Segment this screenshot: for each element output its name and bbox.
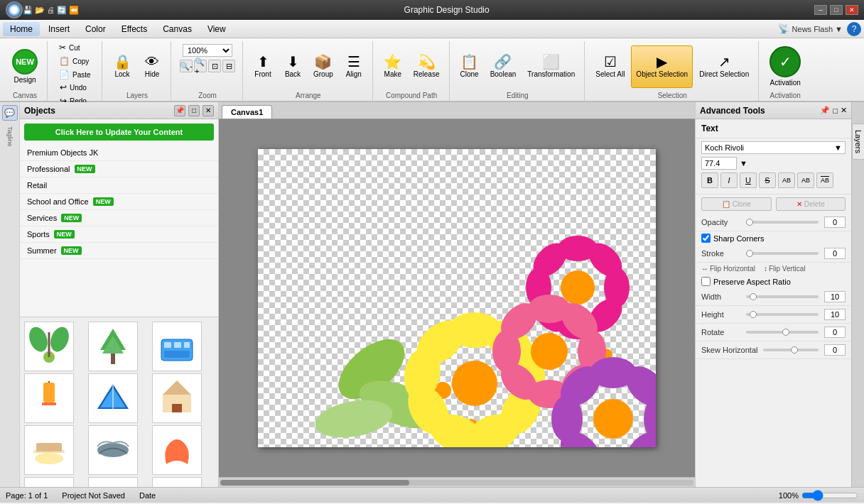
obj-item-6[interactable]: Summer NEW — [20, 243, 218, 259]
hscroll-track[interactable] — [220, 480, 693, 486]
adv-delete-btn[interactable]: ✕ Delete — [776, 197, 846, 211]
obj-item-0[interactable]: Premium Objects JK — [20, 145, 218, 161]
layers-tab[interactable]: Layers — [852, 124, 865, 160]
adv-restore-btn[interactable]: □ — [833, 106, 838, 115]
object-selection-btn[interactable]: ▶ Object Selection — [631, 45, 693, 88]
preserve-aspect-checkbox[interactable] — [701, 277, 711, 286]
close-btn[interactable]: ✕ — [846, 5, 858, 15]
thumb-11[interactable] — [152, 477, 202, 487]
objects-close-btn[interactable]: ✕ — [202, 105, 214, 116]
rotate-thumb[interactable] — [782, 329, 789, 336]
skew-h-slider[interactable] — [763, 349, 819, 351]
zoom-fit-btn[interactable]: ⊡ — [208, 60, 221, 72]
opacity-slider[interactable] — [746, 221, 819, 224]
copy-btn[interactable]: 📋 Copy — [54, 55, 97, 67]
align-btn[interactable]: ☰ Align — [340, 45, 368, 88]
flip-horizontal-btn[interactable]: ↔ Flip Horizontal — [701, 265, 755, 273]
zoom-out-btn[interactable]: 🔍- — [180, 60, 193, 72]
lock-btn[interactable]: 🔒 Lock — [108, 45, 136, 88]
zoom-select[interactable]: 100% 50% 75% 150% 200% — [183, 44, 232, 57]
thumb-0[interactable] — [24, 322, 74, 371]
stroke-slider[interactable] — [746, 252, 819, 255]
tagline-chat-icon[interactable]: 💬 — [2, 105, 18, 121]
width-slider[interactable] — [746, 295, 819, 298]
text-tab-label[interactable]: Text — [701, 122, 846, 135]
hscroll-thumb[interactable] — [220, 480, 409, 486]
underline-btn[interactable]: U — [740, 172, 757, 188]
make-btn[interactable]: ⭐ Make — [379, 45, 407, 88]
minimize-btn[interactable]: ─ — [814, 5, 827, 15]
strikethrough-btn[interactable]: S — [759, 172, 776, 188]
design-btn[interactable]: NEW Design — [7, 45, 43, 88]
select-all-btn[interactable]: ☑ Select All — [590, 45, 630, 88]
paste-btn[interactable]: 📄 Paste — [54, 68, 97, 81]
boolean-btn[interactable]: 🔗 Boolean — [485, 45, 522, 88]
width-thumb[interactable] — [750, 293, 757, 300]
canvas-viewport[interactable] — [219, 119, 695, 477]
direct-selection-btn[interactable]: ↗ Direct Selection — [694, 45, 754, 88]
activation-btn[interactable]: ✓ Activation — [765, 42, 806, 92]
subscript-btn[interactable]: AB — [816, 172, 833, 188]
thumb-1[interactable] — [88, 322, 138, 371]
obj-item-4[interactable]: Services NEW — [20, 210, 218, 226]
bold-btn[interactable]: B — [701, 172, 718, 188]
adv-pin-btn[interactable]: 📌 — [820, 106, 830, 115]
undo-btn[interactable]: ↩ Undo — [55, 81, 97, 94]
height-slider[interactable] — [746, 313, 819, 316]
font-size-select[interactable]: 77.4 — [701, 157, 737, 170]
obj-item-3[interactable]: School and Office NEW — [20, 194, 218, 210]
obj-item-2[interactable]: Retail — [20, 177, 218, 194]
sharp-corners-checkbox[interactable] — [701, 234, 711, 243]
height-thumb[interactable] — [750, 311, 757, 318]
smallcaps-btn[interactable]: AB — [778, 172, 795, 188]
clone-ribbon-btn[interactable]: 📋 Clone — [455, 45, 484, 88]
hide-btn[interactable]: 👁 Hide — [138, 45, 166, 88]
help-btn[interactable]: ? — [847, 22, 861, 36]
superscript-btn[interactable]: AB — [797, 172, 814, 188]
zoom-reset-btn[interactable]: ⊟ — [222, 60, 235, 72]
skew-h-thumb[interactable] — [791, 346, 798, 354]
italic-btn[interactable]: I — [720, 172, 738, 188]
menu-insert[interactable]: Insert — [41, 22, 77, 36]
menu-effects[interactable]: Effects — [114, 22, 154, 36]
adv-close-btn[interactable]: ✕ — [841, 106, 847, 115]
status-zoom-slider[interactable] — [801, 490, 858, 501]
opacity-thumb[interactable] — [746, 219, 753, 226]
thumb-6[interactable] — [24, 425, 74, 475]
menu-color[interactable]: Color — [78, 22, 113, 36]
cut-btn[interactable]: ✂ Cut — [54, 41, 97, 54]
thumb-7[interactable] — [88, 425, 138, 475]
flip-vertical-btn[interactable]: ↕ Flip Vertical — [764, 265, 806, 273]
stroke-value[interactable] — [824, 248, 846, 259]
release-btn[interactable]: 💫 Release — [409, 45, 445, 88]
objects-pin-btn[interactable]: 📌 — [174, 105, 185, 116]
group-btn[interactable]: 📦 Group — [308, 45, 338, 88]
menu-canvas[interactable]: Canvas — [156, 22, 199, 36]
update-content-btn[interactable]: Click Here to Update Your Content — [24, 124, 214, 141]
restore-btn[interactable]: □ — [830, 5, 843, 15]
opacity-value[interactable] — [824, 217, 846, 228]
width-value[interactable] — [824, 291, 846, 302]
thumb-5[interactable] — [152, 373, 202, 423]
stroke-thumb[interactable] — [746, 250, 753, 257]
thumb-8[interactable] — [152, 425, 202, 475]
news-flash[interactable]: 📡 News Flash ▼ — [778, 23, 843, 34]
thumb-4[interactable] — [88, 373, 138, 423]
menu-home[interactable]: Home — [3, 22, 40, 36]
thumb-2[interactable] — [152, 322, 202, 371]
rotate-slider[interactable] — [746, 331, 819, 334]
rotate-value[interactable] — [824, 327, 846, 338]
front-btn[interactable]: ⬆ Front — [249, 45, 277, 88]
thumb-3[interactable] — [24, 373, 74, 423]
obj-item-5[interactable]: Sports NEW — [20, 226, 218, 243]
canvas-tab-1[interactable]: Canvas1 — [222, 105, 272, 119]
skew-h-value[interactable] — [824, 344, 846, 356]
thumb-9[interactable] — [24, 477, 74, 487]
obj-item-1[interactable]: Professional NEW — [20, 161, 218, 177]
transformation-btn[interactable]: ⬜ Transformation — [522, 45, 580, 88]
back-btn[interactable]: ⬇ Back — [279, 45, 307, 88]
font-select[interactable]: Koch Rivoli ▼ — [701, 141, 846, 154]
menu-view[interactable]: View — [200, 22, 233, 36]
objects-restore-btn[interactable]: □ — [188, 105, 200, 116]
height-value[interactable] — [824, 309, 846, 320]
